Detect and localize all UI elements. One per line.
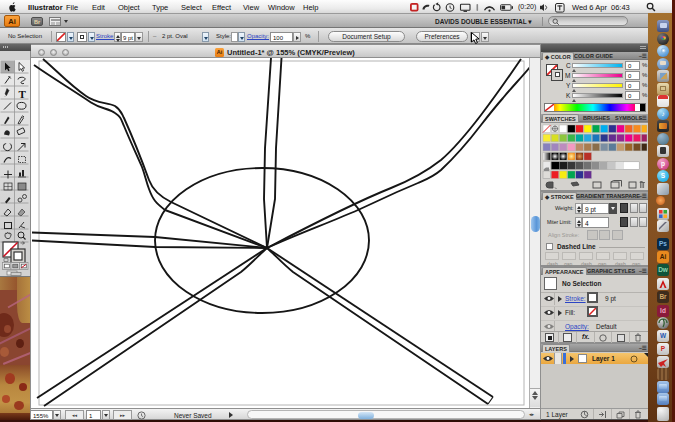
svg-text:T: T	[19, 88, 27, 100]
